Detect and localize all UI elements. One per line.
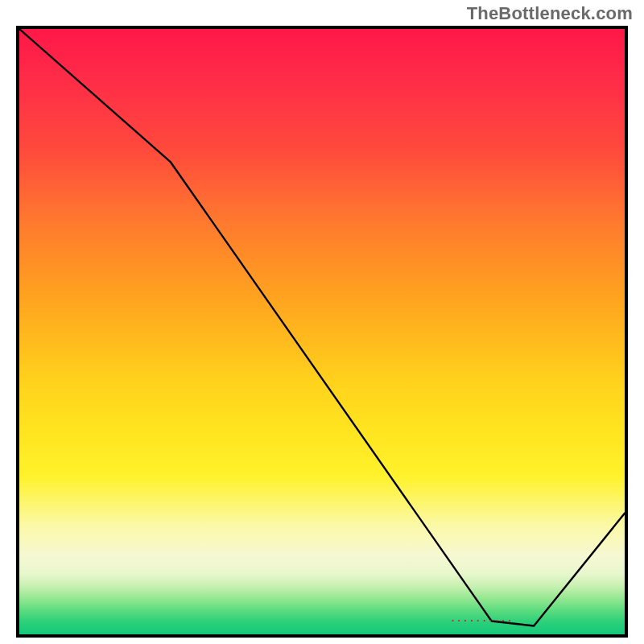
line-curve bbox=[19, 29, 625, 634]
chart-stage: TheBottleneck.com · · · · · · · · · · bbox=[0, 0, 644, 644]
plot-frame: · · · · · · · · · · bbox=[16, 26, 628, 638]
minimum-marker-label: · · · · · · · · · · bbox=[452, 615, 512, 626]
watermark-text: TheBottleneck.com bbox=[467, 3, 633, 24]
